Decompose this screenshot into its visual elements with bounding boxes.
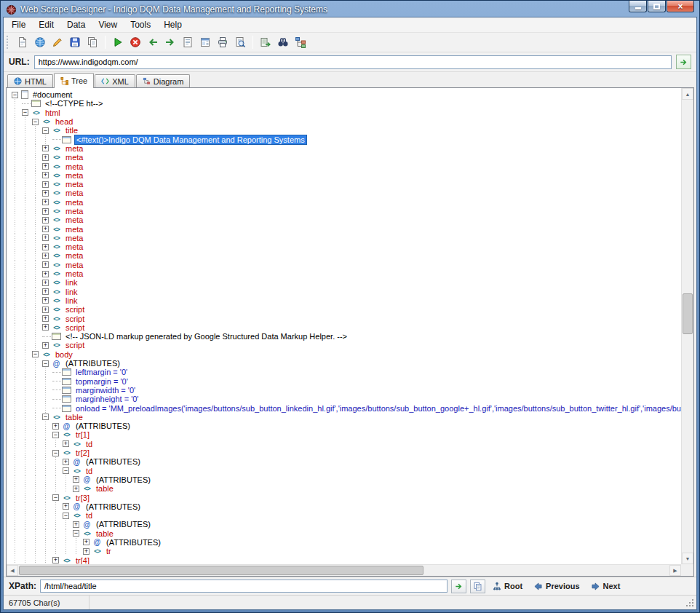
tree-node[interactable]: −<>html [12, 108, 681, 117]
expand-icon[interactable]: + [83, 548, 90, 555]
menu-tools[interactable]: Tools [124, 18, 157, 31]
menu-data[interactable]: Data [60, 18, 92, 31]
expand-icon[interactable]: + [42, 190, 49, 197]
expand-icon[interactable]: + [73, 486, 79, 492]
tree-node-label[interactable]: meta [64, 189, 84, 197]
collapse-icon[interactable]: − [22, 109, 28, 116]
tree-node-label[interactable]: meta [64, 215, 84, 224]
tree-view-button[interactable] [293, 34, 309, 50]
tree-node-label[interactable]: meta [64, 261, 84, 269]
expand-icon[interactable]: + [63, 459, 69, 465]
tree-node-label[interactable]: link [64, 296, 79, 305]
tree-node[interactable]: +<>table [12, 484, 681, 493]
edit-button[interactable] [49, 34, 65, 50]
tree-node[interactable]: leftmargin = '0' [12, 368, 681, 376]
tree-node-label[interactable]: <!--CTYPE ht--> [44, 99, 104, 108]
collapse-icon[interactable]: − [52, 432, 59, 438]
tree-node[interactable]: −<>body [12, 350, 681, 359]
stop-button[interactable] [127, 34, 143, 50]
vertical-scrollbar[interactable]: ▲ ▼ [681, 88, 693, 564]
tree-node[interactable]: +<>meta [12, 180, 681, 189]
expand-icon[interactable]: + [42, 261, 49, 268]
menu-help[interactable]: Help [157, 18, 188, 31]
expand-icon[interactable]: + [42, 217, 49, 224]
tree-node-label[interactable]: onload = 'MM_preloadImages('images/butto… [74, 404, 681, 413]
minimize-button[interactable] [629, 1, 647, 12]
menu-edit[interactable]: Edit [32, 18, 60, 31]
tree-node[interactable]: −<>head [12, 117, 681, 126]
expand-icon[interactable]: + [42, 154, 49, 161]
tree-node[interactable]: +<>script [12, 341, 681, 349]
tree-node[interactable]: +<>script [12, 323, 681, 332]
tree-node[interactable]: +<>meta [12, 207, 681, 215]
resize-grip[interactable] [692, 605, 693, 606]
view-page-button[interactable] [197, 34, 213, 50]
tree-node-label[interactable]: script [64, 305, 86, 314]
expand-icon[interactable]: + [42, 226, 49, 232]
expand-icon[interactable]: + [42, 163, 49, 170]
next-button[interactable]: Next [587, 580, 624, 592]
scroll-up-icon[interactable]: ▲ [682, 88, 693, 100]
new-document-button[interactable] [15, 34, 31, 50]
tree-node[interactable]: +<>link [12, 296, 681, 305]
expand-icon[interactable]: + [42, 342, 49, 349]
collapse-icon[interactable]: − [32, 119, 39, 125]
url-go-button[interactable] [676, 55, 691, 69]
collapse-icon[interactable]: − [32, 351, 39, 357]
tree-node[interactable]: +<>meta [12, 153, 681, 162]
tree-node[interactable]: +<>meta [12, 198, 681, 207]
tree-node-label[interactable]: tr[2] [74, 448, 91, 457]
expand-icon[interactable]: + [83, 539, 90, 545]
tree-node[interactable]: +<>tr[4] [12, 555, 681, 564]
tree-node[interactable]: −<>tr[1] [12, 430, 681, 439]
tree-node[interactable]: −<>td [12, 466, 681, 475]
horizontal-scrollbar[interactable]: ◀ ▶ [7, 564, 681, 576]
tree-node-label[interactable]: meta [64, 234, 84, 242]
print-button[interactable] [215, 34, 231, 50]
tree-node[interactable]: <!--CTYPE ht--> [12, 99, 681, 108]
tree-node[interactable]: <#text()>Indigo DQM Data Management and … [12, 135, 681, 143]
collapse-icon[interactable]: − [42, 360, 49, 367]
expand-icon[interactable]: + [42, 306, 49, 313]
tree-node-label[interactable]: td [84, 467, 94, 475]
tree-node-label[interactable]: script [64, 323, 86, 332]
tree-node-label[interactable]: tr[3] [74, 494, 91, 502]
close-button[interactable]: × [667, 1, 694, 12]
tab-diagram[interactable]: Diagram [136, 74, 191, 87]
tree-node[interactable]: −@(ATTRIBUTES) [12, 359, 681, 368]
tree-node-label[interactable]: meta [64, 242, 84, 251]
tree-node-label[interactable]: meta [64, 144, 84, 153]
previous-button[interactable]: Previous [530, 580, 583, 592]
tree-node-label[interactable]: marginwidth = '0' [74, 386, 137, 395]
tree-node[interactable]: +@(ATTRIBUTES) [12, 422, 681, 430]
expand-icon[interactable]: + [42, 145, 49, 151]
url-input[interactable] [34, 55, 672, 69]
expand-icon[interactable]: + [42, 297, 49, 304]
tree-node-label[interactable]: meta [64, 207, 84, 215]
tree-node-label[interactable]: (ATTRIBUTES) [84, 502, 142, 511]
tree-node[interactable]: −<>tr[2] [12, 448, 681, 457]
tree-node-label[interactable]: topmargin = '0' [74, 377, 130, 386]
scroll-down-icon[interactable]: ▼ [682, 553, 693, 564]
expand-icon[interactable]: + [52, 423, 59, 430]
tree-node[interactable]: onload = 'MM_preloadImages('images/butto… [12, 403, 681, 412]
tree-node-label[interactable]: link [64, 288, 79, 296]
tab-tree[interactable]: Tree [54, 73, 94, 88]
tree-node-label[interactable]: (ATTRIBUTES) [95, 475, 152, 484]
collapse-icon[interactable]: − [12, 92, 18, 98]
tree-node[interactable]: marginwidth = '0' [12, 386, 681, 395]
copy-button[interactable] [84, 34, 100, 50]
tree-node-label[interactable]: script [64, 315, 86, 323]
vertical-scroll-thumb[interactable] [683, 293, 693, 334]
tree-node[interactable]: +@(ATTRIBUTES) [12, 475, 681, 484]
tree-node-label[interactable]: marginheight = '0' [74, 395, 140, 403]
collapse-icon[interactable]: − [52, 494, 59, 501]
open-url-button[interactable] [32, 34, 48, 50]
tree-node[interactable]: −<>title [12, 126, 681, 135]
view-source-button[interactable] [180, 34, 196, 50]
menu-view[interactable]: View [92, 18, 124, 31]
tree-node-label[interactable]: html [44, 108, 62, 117]
tree-node-label[interactable]: table [95, 484, 115, 493]
expand-icon[interactable]: + [42, 253, 49, 259]
tree-node-label[interactable]: meta [64, 180, 84, 189]
